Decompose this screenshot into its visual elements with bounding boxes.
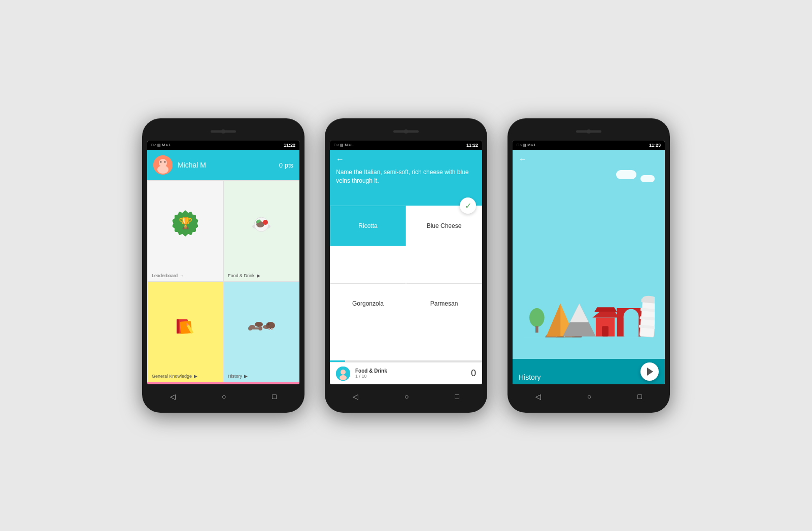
status-time-2: 11:22 [466,143,478,148]
status-icons-left-2: □ ⌂ ▤ M ≈ L [334,143,354,147]
answers-grid: ✓ Ricotta Blue Cheese Gorgonzola Parmesa… [330,206,482,360]
landmarks-scene [513,169,665,359]
recents-btn-1[interactable]: □ [272,392,276,401]
food-label: Food & Drink ▶ [228,273,260,278]
back-arrow-2[interactable]: ← [336,155,476,164]
home-btn-1[interactable]: ○ [222,392,226,401]
water-section: History [513,359,665,384]
leaderboard-cell[interactable]: 🏆 Leaderboard → [147,180,223,282]
answer-gorgonzola[interactable]: Gorgonzola [330,283,406,324]
knowledge-label: General Knowledge ▶ [152,374,197,379]
history-arrow: ▶ [244,374,248,379]
back-btn-1[interactable]: ◁ [170,392,176,401]
phone-1-screen: □ ⌂ ▤ M ≈ L 11:22 Michal M 0 pts [147,141,299,384]
food-drink-cell[interactable]: Food & Drink ▶ [223,180,299,282]
cloud-2 [640,175,655,182]
progress-bar-2 [330,360,482,362]
status-time-3: 11:23 [649,143,661,148]
svg-point-2 [157,165,168,174]
svg-rect-23 [268,328,270,330]
answer-parmesan[interactable]: Parmesan [406,283,482,324]
svg-marker-42 [592,312,618,317]
footer-info-2: Food & Drink 1 / 10 [355,368,466,379]
svg-point-3 [160,161,162,163]
phone-3-top [513,125,665,138]
footer-score: 0 [471,368,476,379]
avatar-1 [153,155,173,175]
play-icon-3 [647,368,653,376]
history-fossils-icon [246,314,277,335]
recents-btn-3[interactable]: □ [637,392,641,401]
play-button-3[interactable] [640,362,659,381]
phone-3-screen: □ ⌂ ▤ M ≈ L 11:23 ← [513,141,665,384]
svg-point-21 [266,322,275,329]
phone-1-header: Michal M 0 pts [147,150,299,180]
phone-1-grid: 🏆 Leaderboard → [147,180,299,382]
phone-2-top [330,125,482,138]
back-arrow-3[interactable]: ← [513,150,665,169]
svg-marker-40 [570,304,589,322]
check-icon: ✓ [465,201,471,211]
home-btn-2[interactable]: ○ [404,392,409,401]
svg-point-28 [529,308,545,327]
p3-category: History [519,373,541,381]
svg-rect-29 [535,326,538,333]
status-bar-3: □ ⌂ ▤ M ≈ L 11:23 [513,141,665,150]
speaker-1 [211,130,236,133]
phone-1-top [147,125,299,138]
clouds [616,170,655,182]
svg-point-22 [267,323,269,325]
nav-bar-1: ◁ ○ □ [147,387,299,406]
phone-1: □ ⌂ ▤ M ≈ L 11:22 Michal M 0 pts [142,118,304,413]
app-container: □ ⌂ ▤ M ≈ L 11:22 Michal M 0 pts [122,98,690,433]
home-btn-3[interactable]: ○ [587,392,591,401]
phone-3-main: ← [513,150,665,384]
svg-rect-49 [624,317,639,337]
svg-rect-24 [271,328,273,330]
svg-rect-56 [523,338,655,355]
back-btn-3[interactable]: ◁ [535,392,541,401]
status-icons-left-1: □ ⌂ ▤ M ≈ L [151,143,171,147]
speaker-2 [393,130,419,133]
recents-btn-2[interactable]: □ [455,392,459,401]
answer-ricotta[interactable]: Ricotta [330,206,406,246]
footer-progress: 1 / 10 [355,374,466,379]
svg-point-8 [263,220,268,225]
history-label: History ▶ [228,374,248,379]
svg-point-4 [164,161,166,163]
knowledge-cell[interactable]: General Knowledge ▶ [147,282,223,382]
trophy-badge: 🏆 [172,210,198,237]
phone-3: □ ⌂ ▤ M ≈ L 11:23 ← [507,118,670,413]
svg-point-19 [248,326,252,330]
leaderboard-arrow: → [180,273,184,278]
food-arrow: ▶ [257,273,260,278]
check-button[interactable]: ✓ [460,197,476,214]
nav-bar-3: ◁ ○ □ [513,387,665,406]
trophy-icon: 🏆 [179,217,192,230]
progress-fill-2 [330,360,345,362]
history-cell[interactable]: History ▶ [223,282,299,382]
cloud-1 [616,170,636,179]
knowledge-arrow: ▶ [194,374,197,379]
status-bar-1: □ ⌂ ▤ M ≈ L 11:22 [147,141,299,150]
phone-2-footer: Food & Drink 1 / 10 0 [330,362,482,384]
leaderboard-label: Leaderboard → [152,273,184,278]
svg-rect-11 [177,319,179,334]
pts-1: 0 pts [279,161,293,169]
svg-point-20 [258,326,262,330]
svg-rect-44 [602,326,608,336]
back-btn-2[interactable]: ◁ [353,392,358,401]
svg-point-26 [341,370,346,375]
phone-2: □ ⌂ ▤ M ≈ L 11:22 ← Name the Italian, se… [325,118,487,413]
footer-avatar-2 [336,367,350,381]
footer-category: Food & Drink [355,368,466,374]
status-bar-2: □ ⌂ ▤ M ≈ L 11:22 [330,141,482,150]
knowledge-icon [173,312,198,337]
phone-2-question-header: ← Name the Italian, semi-soft, rich chee… [330,150,482,206]
question-text: Name the Italian, semi-soft, rich cheese… [336,168,476,185]
status-time-1: 11:22 [284,143,295,148]
svg-point-27 [340,375,347,380]
username-1: Michal M [178,161,274,169]
history-illustration [523,257,655,359]
food-plate-icon [249,211,274,236]
